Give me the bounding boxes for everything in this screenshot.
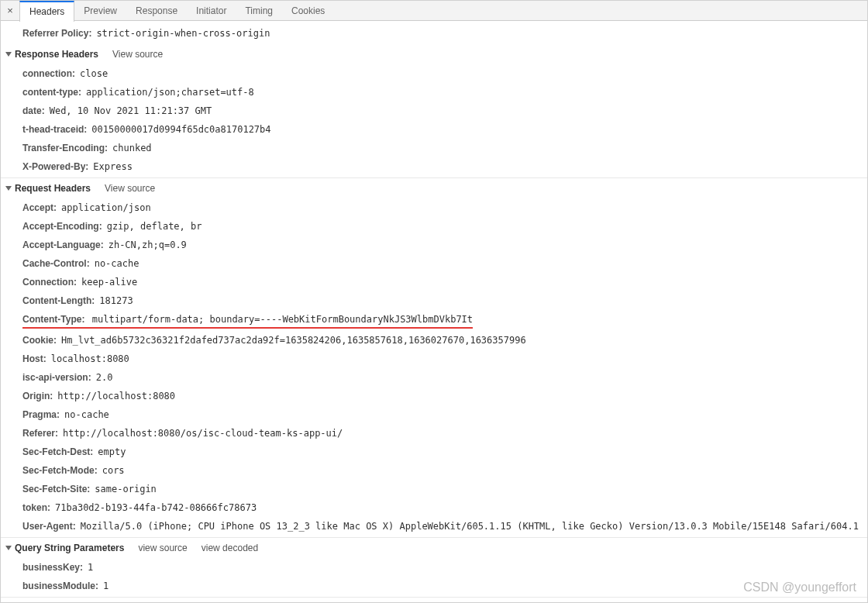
header-value: Hm_lvt_ad6b5732c36321f2dafed737ac2da92f=…: [61, 333, 526, 347]
header-value: no-cache: [95, 257, 140, 270]
tab-headers[interactable]: Headers: [19, 1, 74, 22]
header-row: Accept-Languagezh-CN,zh;q=0.9: [1, 236, 867, 254]
chevron-down-icon: [5, 52, 12, 57]
header-row: businessModule1: [1, 577, 867, 595]
header-key: Cookie: [22, 333, 57, 347]
header-row: Sec-Fetch-Destempty: [1, 443, 867, 461]
header-key: Sec-Fetch-Mode: [22, 463, 98, 477]
query-string-view-source-link[interactable]: view source: [138, 543, 187, 553]
header-row: X-Powered-ByExpress: [1, 157, 867, 176]
header-value: same-origin: [95, 482, 156, 496]
header-row: Refererhttp://localhost:8080/os/isc-clou…: [1, 424, 867, 443]
header-row: isc-api-version2.0: [1, 368, 867, 387]
chevron-down-icon: [5, 546, 12, 550]
header-row: Cache-Controlno-cache: [1, 254, 867, 273]
request-headers-view-source-link[interactable]: View source: [105, 183, 155, 194]
header-row: Content-Length181273: [1, 291, 867, 310]
header-row: Hostlocalhost:8080: [1, 350, 867, 368]
header-value: 181273: [99, 294, 133, 308]
tab-cookies[interactable]: Cookies: [282, 1, 334, 21]
header-row: connectionclose: [1, 64, 867, 83]
tab-response[interactable]: Response: [126, 1, 187, 21]
header-row: token71ba30d2-b193-44fa-b742-08666fc7867…: [1, 498, 867, 517]
close-icon[interactable]: ×: [4, 5, 16, 17]
header-value: http://localhost:8080: [57, 389, 175, 403]
referrer-policy-row: Referrer Policy strict-origin-when-cross…: [1, 24, 867, 43]
header-value: 2.0: [96, 370, 113, 384]
header-row: dateWed, 10 Nov 2021 11:21:37 GMT: [1, 102, 867, 120]
header-row: Sec-Fetch-Modecors: [1, 461, 867, 480]
header-key: Origin: [22, 389, 53, 403]
header-row: businessKey1: [1, 558, 867, 577]
header-value: zh-CN,zh;q=0.9: [108, 238, 187, 252]
header-key: Referer: [22, 426, 58, 440]
header-value: localhost:8080: [51, 352, 129, 366]
highlighted-header: Content-Type multipart/form-data; bounda…: [22, 312, 473, 329]
header-row: Pragmano-cache: [1, 405, 867, 424]
header-key: User-Agent: [22, 519, 76, 533]
header-value: multipart/form-data; boundary=----WebKit…: [92, 314, 473, 325]
header-row: Content-Type multipart/form-data; bounda…: [1, 310, 867, 331]
tab-initiator[interactable]: Initiator: [187, 1, 236, 21]
header-key: content-type: [22, 85, 81, 99]
request-headers-section-header[interactable]: Request HeadersView source: [1, 177, 867, 198]
header-key: Sec-Fetch-Dest: [22, 445, 93, 459]
header-row: Transfer-Encodingchunked: [1, 139, 867, 157]
header-row: CookieHm_lvt_ad6b5732c36321f2dafed737ac2…: [1, 331, 867, 350]
header-value: Mozilla/5.0 (iPhone; CPU iPhone OS 13_2_…: [81, 519, 859, 533]
header-row: Accept-Encodinggzip, deflate, br: [1, 217, 867, 236]
chevron-down-icon: [5, 186, 12, 191]
referrer-policy-label: Referrer Policy: [22, 26, 91, 40]
header-value: no-cache: [64, 408, 109, 422]
header-key: Accept-Encoding: [22, 219, 102, 233]
referrer-policy-value: strict-origin-when-cross-origin: [96, 26, 270, 40]
header-key: date: [22, 104, 45, 118]
header-row: Originhttp://localhost:8080: [1, 387, 867, 405]
header-value: Wed, 10 Nov 2021 11:21:37 GMT: [50, 104, 212, 118]
header-value: 1: [103, 579, 108, 593]
header-key: token: [22, 501, 50, 515]
devtools-tabbar: × HeadersPreviewResponseInitiatorTimingC…: [1, 1, 867, 21]
header-value: close: [80, 67, 108, 81]
header-key: Pragma: [22, 408, 60, 422]
header-key: businessModule: [22, 579, 98, 593]
header-value: 00150000017d0994f65dc0a8170127b4: [91, 122, 270, 136]
tab-timing[interactable]: Timing: [236, 1, 282, 21]
header-key: Connection: [22, 275, 77, 289]
header-value: http://localhost:8080/os/isc-cloud-team-…: [63, 426, 343, 440]
header-key: Content-Type: [22, 314, 84, 325]
query-string-view-decoded-link[interactable]: view decoded: [202, 543, 258, 553]
header-key: businessKey: [22, 560, 83, 574]
header-key: Accept: [22, 201, 57, 215]
response-headers-section-header[interactable]: Response HeadersView source: [1, 44, 867, 64]
header-row: t-head-traceid00150000017d0994f65dc0a817…: [1, 120, 867, 139]
header-value: 1: [88, 560, 93, 574]
tab-preview[interactable]: Preview: [74, 1, 126, 21]
header-key: t-head-traceid: [22, 122, 87, 136]
header-key: X-Powered-By: [22, 160, 88, 174]
header-key: Sec-Fetch-Site: [22, 482, 90, 496]
request-headers-section-title: Request Headers: [15, 183, 91, 194]
header-key: Accept-Language: [22, 238, 104, 252]
query-string-section-header[interactable]: Query String Parametersview sourceview d…: [1, 537, 867, 558]
header-value: 71ba30d2-b193-44fa-b742-08666fc78673: [55, 501, 257, 515]
header-row: Connectionkeep-alive: [1, 273, 867, 291]
header-key: Host: [22, 352, 46, 366]
response-headers-section-title: Response Headers: [15, 49, 98, 60]
header-row: Sec-Fetch-Sitesame-origin: [1, 480, 867, 498]
headers-panel: Referrer Policy strict-origin-when-cross…: [1, 21, 867, 603]
header-key: Cache-Control: [22, 257, 90, 270]
header-key: connection: [22, 67, 75, 81]
header-key: Content-Length: [22, 294, 95, 308]
header-value: application/json;charset=utf-8: [86, 85, 254, 99]
header-row: Acceptapplication/json: [1, 198, 867, 217]
header-row: content-typeapplication/json;charset=utf…: [1, 83, 867, 102]
response-headers-view-source-link[interactable]: View source: [112, 49, 163, 60]
header-row: User-AgentMozilla/5.0 (iPhone; CPU iPhon…: [1, 517, 867, 536]
header-value: cors: [102, 463, 125, 477]
header-value: application/json: [61, 201, 151, 215]
header-value: Express: [93, 160, 133, 174]
form-data-section-header[interactable]: Form Dataview sourceview decoded: [1, 597, 867, 603]
header-key: Transfer-Encoding: [22, 141, 108, 155]
header-value: gzip, deflate, br: [107, 219, 202, 233]
